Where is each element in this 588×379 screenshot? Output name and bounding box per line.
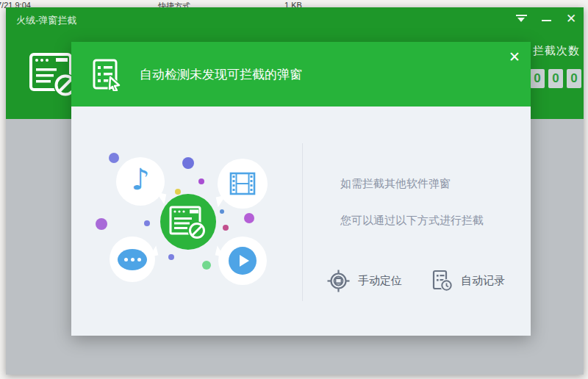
menu-dropdown-icon xyxy=(516,15,527,22)
close-icon: ✕ xyxy=(566,12,576,25)
video-bubble xyxy=(218,159,268,209)
decoration-dot xyxy=(144,220,150,226)
decoration-dot xyxy=(223,225,229,231)
decoration-dot xyxy=(182,157,194,169)
dialog-body: ♪ xyxy=(71,107,531,336)
bubble-tail xyxy=(215,246,227,258)
dialog-close-button[interactable]: ✕ xyxy=(504,46,525,67)
decoration-dot xyxy=(168,254,174,260)
manual-locate-button[interactable]: 手动定位 xyxy=(327,270,402,292)
count-digit: 0 xyxy=(567,69,581,88)
titlebar: 火绒-弹窗拦截 ✕ xyxy=(6,7,584,34)
dialog-header: 自动检测未发现可拦截的弹窗 ✕ xyxy=(71,42,531,107)
popup-illustration: ♪ xyxy=(71,107,302,336)
music-bubble: ♪ xyxy=(116,157,165,206)
detect-list-icon xyxy=(89,57,123,94)
manual-locate-label: 手动定位 xyxy=(358,274,402,288)
music-note-icon: ♪ xyxy=(131,165,150,194)
decoration-dot xyxy=(175,189,181,195)
decoration-dot xyxy=(109,153,119,163)
bubble-tail xyxy=(147,246,159,258)
minimize-icon xyxy=(542,20,551,21)
film-strip-icon xyxy=(229,172,256,195)
bubble-tail xyxy=(154,192,167,205)
window-title: 火绒-弹窗拦截 xyxy=(16,14,76,27)
vertical-divider xyxy=(302,143,303,301)
auto-record-icon xyxy=(430,270,453,292)
auto-record-label: 自动记录 xyxy=(461,274,505,288)
chat-bubble xyxy=(110,237,155,282)
count-digit: 0 xyxy=(530,69,545,88)
minimize-button[interactable] xyxy=(534,7,559,29)
dialog-title: 自动检测未发现可拦截的弹窗 xyxy=(140,42,302,107)
detection-result-dialog: 自动检测未发现可拦截的弹窗 ✕ ♪ xyxy=(71,42,531,336)
crosshair-icon xyxy=(327,270,350,292)
hint-line-2: 您可以通过以下方式进行拦截 xyxy=(340,214,484,228)
count-digit: 0 xyxy=(548,69,563,88)
play-bubble xyxy=(218,237,267,285)
decoration-dot xyxy=(220,209,224,214)
play-icon xyxy=(229,247,257,275)
popup-block-center-icon xyxy=(160,194,216,250)
block-count-display: 0 0 0 xyxy=(530,69,581,88)
decoration-dot xyxy=(198,178,204,184)
action-buttons: 手动定位 自动记录 xyxy=(327,270,505,292)
bubble-tail xyxy=(216,195,229,208)
decoration-dot xyxy=(202,261,211,270)
auto-record-button[interactable]: 自动记录 xyxy=(430,270,505,292)
close-button[interactable]: ✕ xyxy=(559,7,584,29)
close-icon: ✕ xyxy=(509,48,520,65)
block-count-label: 拦截次数 xyxy=(533,44,580,58)
decoration-dot xyxy=(96,218,107,230)
decoration-dot xyxy=(244,213,254,223)
menu-dropdown-button[interactable] xyxy=(509,7,534,29)
hint-line-1: 如需拦截其他软件弹窗 xyxy=(340,177,451,191)
window-controls: ✕ xyxy=(509,7,584,29)
chat-ellipsis-icon xyxy=(118,249,147,270)
